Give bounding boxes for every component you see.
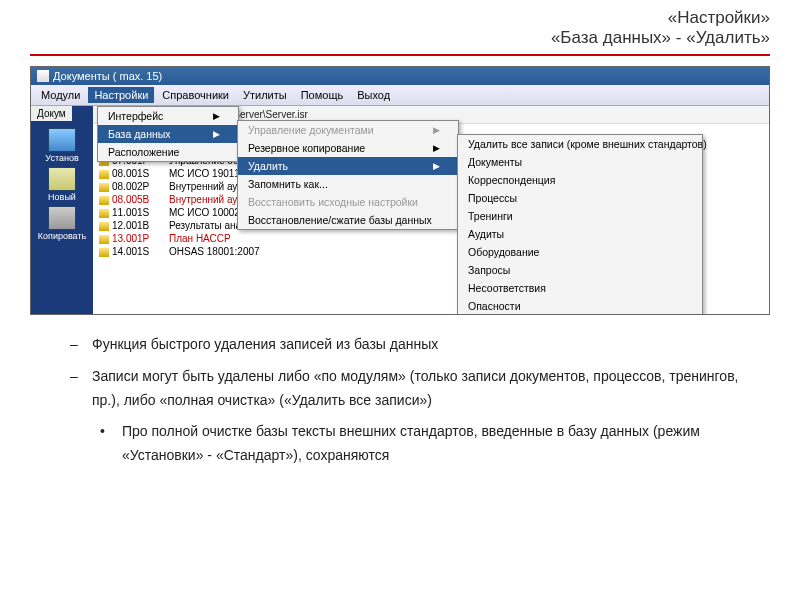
sidebar-icon [48, 128, 76, 152]
menu-Настройки[interactable]: Настройки [88, 87, 154, 103]
sidebar: Докум УстановНовыйКопировать [31, 106, 93, 314]
menu-Модули[interactable]: Модули [35, 87, 86, 103]
submenu-arrow-icon: ▶ [213, 111, 220, 121]
submenu-arrow-icon: ▶ [433, 125, 440, 135]
menu-item[interactable]: Процессы [458, 189, 702, 207]
menu-item[interactable]: Удалить все записи (кроме внешних станда… [458, 135, 702, 153]
menu-item[interactable]: Интерфейс▶ [98, 107, 238, 125]
header-line-1: «Настройки» [30, 8, 770, 28]
menubar[interactable]: МодулиНастройкиСправочникиУтилитыПомощьВ… [31, 85, 769, 106]
window-icon [37, 70, 49, 82]
doc-icon [99, 183, 109, 192]
sidebar-Копировать[interactable]: Копировать [35, 204, 89, 243]
sidebar-icon [48, 206, 76, 230]
main-area: C:\Program Files\Isoratnik\Server\Server… [93, 106, 769, 314]
settings-menu[interactable]: Интерфейс▶База данных▶Расположение [97, 106, 239, 162]
menu-Помощь[interactable]: Помощь [295, 87, 350, 103]
menu-item[interactable]: Тренинги [458, 207, 702, 225]
menu-item[interactable]: Документы [458, 153, 702, 171]
doc-icon [99, 248, 109, 257]
description-bullets: Функция быстрого удаления записей из баз… [70, 333, 750, 468]
sidebar-Новый[interactable]: Новый [35, 165, 89, 204]
doc-icon [99, 196, 109, 205]
header-line-2: «База данных» - «Удалить» [30, 28, 770, 48]
menu-item[interactable]: Восстановить исходные настройки [238, 193, 458, 211]
delete-submenu[interactable]: Удалить все записи (кроме внешних станда… [457, 134, 703, 314]
sidebar-tab[interactable]: Докум [31, 106, 72, 121]
menu-item[interactable]: Удалить▶ [238, 157, 458, 175]
menu-item[interactable]: Аудиты [458, 225, 702, 243]
doc-icon [99, 170, 109, 179]
menu-item[interactable]: Оборудование [458, 243, 702, 261]
sidebar-Установ[interactable]: Установ [35, 126, 89, 165]
menu-item[interactable]: Восстановление/сжатие базы данных [238, 211, 458, 229]
submenu-arrow-icon: ▶ [433, 143, 440, 153]
menu-Утилиты[interactable]: Утилиты [237, 87, 293, 103]
menu-item[interactable]: База данных▶ [98, 125, 238, 143]
header-rule [30, 54, 770, 56]
menu-Выход[interactable]: Выход [351, 87, 396, 103]
submenu-arrow-icon: ▶ [213, 129, 220, 139]
menu-item[interactable]: Несоответствия [458, 279, 702, 297]
app-screenshot: Документы ( max. 15) МодулиНастройкиСпра… [30, 66, 770, 315]
window-titlebar: Документы ( max. 15) [31, 67, 769, 85]
slide-header: «Настройки» «База данных» - «Удалить» [0, 0, 800, 52]
menu-item[interactable]: Управление документами▶ [238, 121, 458, 139]
menu-item[interactable]: Запросы [458, 261, 702, 279]
doc-icon [99, 222, 109, 231]
window-title: Документы ( max. 15) [53, 70, 162, 82]
menu-item[interactable]: Корреспонденция [458, 171, 702, 189]
menu-item[interactable]: Расположение [98, 143, 238, 161]
submenu-arrow-icon: ▶ [433, 161, 440, 171]
doc-icon [99, 209, 109, 218]
bullet-3: Про полной очистке базы тексты внешних с… [100, 420, 750, 468]
bullet-2: Записи могут быть удалены либо «по модул… [70, 365, 750, 413]
database-submenu[interactable]: Управление документами▶Резервное копиров… [237, 120, 459, 230]
menu-item[interactable]: Опасности [458, 297, 702, 314]
sidebar-icon [48, 167, 76, 191]
menu-Справочники[interactable]: Справочники [156, 87, 235, 103]
bullet-1: Функция быстрого удаления записей из баз… [70, 333, 750, 357]
menu-item[interactable]: Резервное копирование▶ [238, 139, 458, 157]
doc-icon [99, 235, 109, 244]
menu-item[interactable]: Запомнить как... [238, 175, 458, 193]
